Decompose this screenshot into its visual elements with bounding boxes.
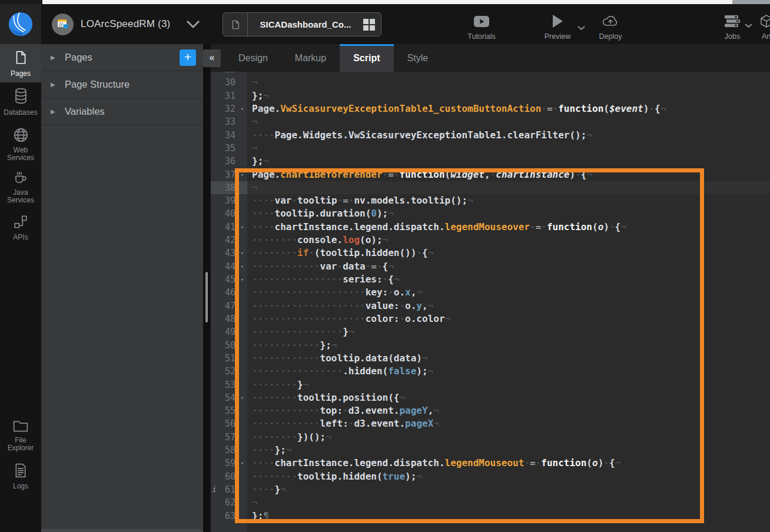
code-line-45: 45▾················series:·{¬	[211, 273, 770, 286]
line-number: 63	[218, 510, 237, 523]
line-number: 49	[218, 325, 237, 338]
tutorials-button[interactable]: Tutorials	[458, 12, 505, 41]
panel-section-variables[interactable]: ▶ Variables	[41, 98, 203, 125]
code-line-43: 43▾········if·(tooltip.hidden())·{¬	[211, 247, 770, 260]
code-line-37: 37▾Page.chart1Beforerender·=·function(wi…	[211, 168, 770, 181]
line-number: 56	[218, 417, 237, 430]
project-chevron-down-icon[interactable]	[185, 19, 201, 29]
editor-tab-bar: Design Markup Script Style	[211, 44, 770, 72]
line-number: 45	[218, 273, 237, 286]
fold-arrow-icon[interactable]: ▾	[237, 168, 247, 181]
open-page-tab[interactable]: SICADashboard_Co...	[223, 12, 381, 36]
line-number: 47	[218, 300, 237, 312]
project-selector[interactable]: LOArcSpeedRM (3)	[52, 4, 201, 44]
tab-markup[interactable]: Markup	[281, 44, 340, 72]
line-number: 39	[218, 194, 237, 207]
app-logo[interactable]	[0, 4, 41, 44]
line-number: 58	[218, 444, 237, 457]
preview-chevron-down-icon[interactable]	[577, 25, 586, 31]
code-line-36: 36};¬	[211, 155, 770, 168]
sidebar-item-java-services[interactable]: Java Services	[0, 169, 41, 211]
tab-design[interactable]: Design	[225, 44, 281, 72]
artifacts-button-partial[interactable]: Art	[749, 12, 770, 41]
line-number: 51	[218, 352, 237, 365]
code-line-41: 41▾····chartInstance.legend.dispatch.leg…	[211, 221, 770, 234]
tab-script[interactable]: Script	[340, 44, 393, 72]
code-line-61: i61····}¬	[211, 483, 770, 496]
line-number: 37	[218, 168, 237, 181]
window-top-strip-right	[732, 0, 770, 4]
line-number: 54	[218, 391, 237, 404]
line-number: 43	[218, 247, 237, 260]
line-number: 40	[218, 207, 237, 220]
code-line-49: 49················}¬	[211, 325, 770, 338]
line-number: 52	[218, 365, 237, 378]
line-number: 32	[218, 102, 237, 115]
page-file-icon	[223, 13, 248, 36]
preview-button[interactable]: Preview	[534, 12, 581, 41]
fold-arrow-icon[interactable]: ▾	[237, 391, 247, 404]
code-line-46: 46····················key:·o.x,¬	[211, 286, 770, 299]
code-line-59: 59▾····chartInstance.legend.dispatch.leg…	[211, 457, 770, 470]
code-line-58: 58····};¬	[211, 444, 770, 457]
code-line-30: 30¬	[211, 76, 770, 89]
log-file-icon	[14, 463, 28, 478]
sidebar-item-apis[interactable]: APIs	[0, 214, 41, 247]
line-number: 48	[218, 312, 237, 325]
sidebar-item-logs[interactable]: Logs	[0, 463, 41, 496]
code-line-57: 57········})();¬	[211, 431, 770, 444]
wavemaker-logo-icon	[7, 11, 34, 38]
code-line-31: 31};¬	[211, 89, 770, 102]
line-number: 42	[218, 234, 237, 247]
panel-scrollbar-thumb[interactable]	[205, 272, 208, 322]
line-number: 62	[218, 496, 237, 509]
tutorials-icon	[458, 12, 505, 30]
expand-arrow-icon[interactable]: ▶	[51, 54, 59, 61]
line-number: 60	[218, 470, 237, 483]
code-lines: 29¬30¬31};¬32▾Page.VwSicasurveyException…	[211, 72, 770, 523]
panel-editor-divider[interactable]	[203, 44, 211, 532]
expand-arrow-icon[interactable]: ▶	[51, 81, 59, 88]
sidebar-item-file-explorer[interactable]: File Explorer	[0, 419, 41, 458]
code-line-55: 55············top:·d3.event.pageY,¬	[211, 404, 770, 417]
line-number: 61	[218, 483, 237, 496]
fold-arrow-icon[interactable]: ▾	[237, 221, 247, 234]
globe-icon	[13, 127, 29, 143]
panel-section-page-structure[interactable]: ▶ Page Structure	[41, 71, 203, 98]
fold-arrow-icon[interactable]: ▾	[237, 102, 247, 115]
pages-icon	[13, 49, 28, 66]
code-line-29: 29¬	[211, 72, 770, 76]
database-icon	[13, 87, 29, 105]
api-nodes-icon	[13, 214, 28, 230]
sidebar-item-databases[interactable]: Databases	[0, 87, 41, 124]
project-name: LOArcSpeedRM (3)	[81, 18, 170, 30]
code-line-38: 38¬	[211, 181, 770, 194]
expand-arrow-icon[interactable]: ▶	[51, 108, 59, 115]
fold-arrow-icon[interactable]: ▾	[237, 457, 247, 470]
code-line-62: 62¬	[211, 496, 770, 509]
project-avatar	[52, 14, 74, 35]
tab-style[interactable]: Style	[394, 44, 442, 72]
line-number: 36	[218, 155, 237, 168]
collapse-panel-button[interactable]: «	[203, 49, 221, 67]
fold-arrow-icon[interactable]: ▾	[237, 260, 247, 273]
code-line-60: 60········tooltip.hidden(true);¬	[211, 470, 770, 483]
panel-section-pages[interactable]: ▶ Pages +	[41, 44, 203, 71]
deploy-button[interactable]: Deploy	[587, 12, 634, 41]
add-page-button[interactable]: +	[180, 49, 196, 66]
sidebar-item-pages[interactable]: Pages	[0, 44, 41, 82]
fold-arrow-icon[interactable]: ▾	[237, 273, 247, 286]
deploy-cloud-icon	[587, 12, 634, 30]
script-code-editor[interactable]: 29¬30¬31};¬32▾Page.VwSicasurveyException…	[211, 72, 770, 532]
line-number: 29	[218, 72, 237, 76]
fold-arrow-icon[interactable]: ▾	[237, 247, 247, 260]
gutter-info-icon: i	[211, 483, 218, 496]
line-number: 31	[218, 89, 237, 102]
page-grid-icon[interactable]	[363, 19, 375, 31]
line-number: 41	[218, 221, 237, 234]
line-number: 35	[218, 142, 237, 155]
code-line-51: 51············tooltip.data(data)¬	[211, 352, 770, 365]
code-line-34: 34····Page.Widgets.VwSicasurveyException…	[211, 129, 770, 142]
folder-icon	[12, 419, 29, 433]
sidebar-item-web-services[interactable]: Web Services	[0, 127, 41, 167]
